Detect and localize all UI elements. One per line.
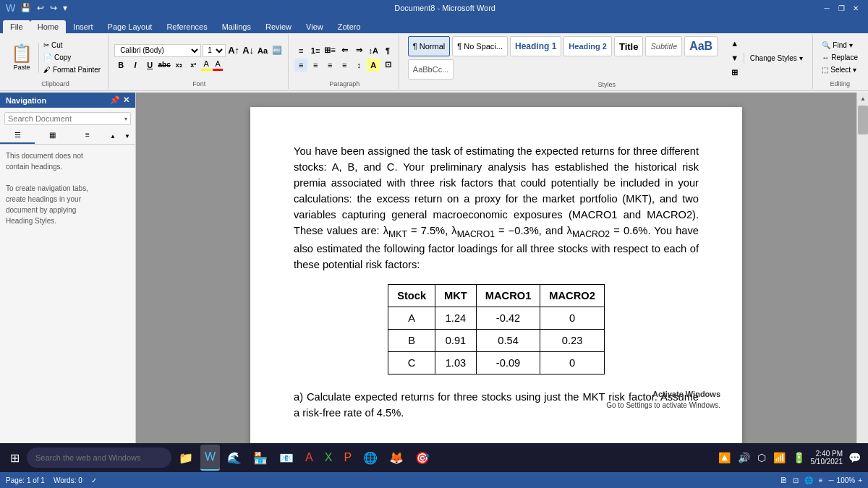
tab-references[interactable]: References — [159, 20, 214, 33]
tab-file[interactable]: File — [3, 20, 30, 33]
pilcrow-btn[interactable]: ¶ — [381, 44, 394, 57]
styles-expand[interactable]: ⊞ — [728, 66, 741, 79]
tab-review[interactable]: Review — [258, 20, 299, 33]
nav-tab-pages[interactable]: ▦ — [35, 128, 69, 144]
nav-tab-results[interactable]: ≡ — [70, 128, 105, 144]
font-family-select[interactable]: Calibri (Body) — [114, 44, 201, 57]
borders-btn[interactable]: ⊡ — [381, 59, 394, 72]
layout-print-btn[interactable]: 🖹 — [780, 476, 787, 484]
document-page[interactable]: You have been assigned the task of estim… — [250, 107, 742, 458]
nav-tab-headings[interactable]: ☰ — [0, 128, 35, 144]
replace-btn[interactable]: ↔ Replace — [819, 52, 861, 63]
shrink-font-btn[interactable]: A↓ — [242, 44, 255, 57]
zoom-in-btn[interactable]: + — [858, 476, 862, 484]
styles-scroll-up[interactable]: ▲ — [728, 37, 741, 50]
layout-full-btn[interactable]: ⊡ — [793, 476, 799, 484]
notification-btn[interactable]: 💬 — [847, 450, 862, 465]
multilevel-btn[interactable]: ⊞≡ — [323, 44, 336, 57]
taskbar-excel[interactable]: X — [320, 445, 337, 471]
cut-button[interactable]: ✂ Cut — [41, 40, 103, 51]
vertical-scrollbar[interactable]: ▲ ▼ — [856, 93, 868, 458]
align-left-btn[interactable]: ≡ — [294, 59, 307, 72]
taskbar-mail[interactable]: 📧 — [275, 445, 298, 471]
tab-zotero[interactable]: Zotero — [331, 20, 368, 33]
nav-pin-btn[interactable]: 📌 — [110, 95, 120, 105]
italic-btn[interactable]: I — [129, 59, 142, 72]
font-color-btn[interactable]: A — [213, 59, 223, 71]
system-icon-1[interactable]: 🔼 — [717, 450, 732, 465]
taskbar-other[interactable]: 🎯 — [411, 445, 434, 471]
clear-format-btn[interactable]: Aa — [256, 44, 269, 57]
redo-quick-btn[interactable]: ↪ — [48, 1, 59, 14]
sort-btn[interactable]: ↕A — [367, 44, 380, 57]
taskbar-acrobat[interactable]: A — [301, 445, 318, 471]
subscript-btn[interactable]: x₂ — [172, 59, 185, 72]
taskbar-powerpoint[interactable]: P — [339, 445, 356, 471]
font-size-select[interactable]: 11 — [203, 44, 226, 57]
bold-btn[interactable]: B — [114, 59, 127, 72]
network-icon[interactable]: 📶 — [772, 450, 787, 465]
nav-close-btn[interactable]: ✕ — [123, 95, 129, 105]
taskbar-edge[interactable]: 🌊 — [223, 445, 246, 471]
check-btn[interactable]: ✓ — [91, 476, 97, 484]
taskbar-file-explorer[interactable]: 📁 — [174, 445, 197, 471]
word-count[interactable]: Words: 0 — [54, 476, 82, 484]
increase-indent-btn[interactable]: ⇒ — [352, 44, 365, 57]
nav-down-btn[interactable]: ▼ — [121, 129, 134, 142]
search-dropdown-btn[interactable]: ▾ — [124, 116, 127, 122]
volume-icon[interactable]: 🔊 — [736, 450, 752, 465]
style-subtitle[interactable]: Subtitle — [645, 36, 682, 56]
text-effects-btn[interactable]: 🔤 — [271, 44, 284, 57]
style-no-space[interactable]: ¶ No Spaci... — [452, 36, 508, 56]
scroll-up-btn[interactable]: ▲ — [857, 93, 868, 104]
find-btn[interactable]: 🔍 Find ▾ — [819, 40, 861, 51]
bullets-btn[interactable]: ≡ — [294, 44, 307, 57]
shading-btn[interactable]: A — [367, 59, 380, 72]
bluetooth-icon[interactable]: ⬡ — [756, 450, 767, 465]
close-btn[interactable]: ✕ — [849, 1, 862, 14]
decrease-indent-btn[interactable]: ⇐ — [338, 44, 351, 57]
undo-quick-btn[interactable]: ↩ — [35, 1, 46, 14]
style-title[interactable]: Title — [614, 36, 644, 56]
battery-icon[interactable]: 🔋 — [791, 450, 807, 465]
style-subtle[interactable]: AaBbCc... — [408, 59, 454, 80]
customize-quick-btn[interactable]: ▾ — [61, 1, 69, 14]
grow-font-btn[interactable]: A↑ — [227, 44, 240, 57]
style-heading1[interactable]: Heading 1 — [510, 36, 561, 56]
layout-web-btn[interactable]: 🌐 — [804, 476, 813, 484]
clock[interactable]: 2:40 PM 5/10/2021 — [811, 450, 843, 466]
taskbar-word[interactable]: W — [200, 445, 220, 471]
start-btn[interactable]: ⊞ — [6, 445, 24, 471]
nav-up-btn[interactable]: ▲ — [106, 129, 119, 142]
highlight-btn[interactable]: A — [201, 59, 211, 71]
scroll-thumb[interactable] — [858, 106, 868, 134]
change-styles-btn[interactable]: Change Styles ▾ — [747, 53, 806, 64]
paste-button[interactable]: 📋 Paste — [7, 43, 39, 73]
style-aab[interactable]: AaB — [684, 36, 718, 56]
tab-insert[interactable]: Insert — [66, 20, 101, 33]
save-quick-btn[interactable]: 💾 — [18, 1, 33, 14]
styles-scroll-down[interactable]: ▼ — [728, 51, 741, 64]
taskbar-search-input[interactable] — [27, 448, 171, 468]
underline-btn[interactable]: U — [143, 59, 156, 72]
style-heading2[interactable]: Heading 2 — [563, 36, 612, 56]
format-painter-button[interactable]: 🖌 Format Painter — [41, 64, 103, 75]
minimize-btn[interactable]: ─ — [820, 1, 833, 14]
strikethrough-btn[interactable]: abc — [158, 59, 171, 72]
numbering-btn[interactable]: 1≡ — [309, 44, 322, 57]
taskbar-firefox[interactable]: 🦊 — [385, 445, 408, 471]
superscript-btn[interactable]: x² — [187, 59, 200, 72]
zoom-out-btn[interactable]: ─ — [828, 476, 833, 484]
align-center-btn[interactable]: ≡ — [309, 59, 322, 72]
layout-draft-btn[interactable]: ≡ — [819, 476, 823, 484]
tab-view[interactable]: View — [299, 20, 331, 33]
taskbar-chrome[interactable]: 🌐 — [359, 445, 382, 471]
select-btn[interactable]: ⬚ Select ▾ — [819, 64, 861, 75]
search-input[interactable] — [8, 114, 124, 123]
tab-home[interactable]: Home — [30, 20, 66, 33]
style-normal[interactable]: ¶ Normal — [408, 36, 450, 56]
taskbar-store[interactable]: 🏪 — [249, 445, 272, 471]
copy-button[interactable]: 📄 Copy — [41, 52, 103, 63]
tab-page-layout[interactable]: Page Layout — [101, 20, 160, 33]
restore-btn[interactable]: ❐ — [835, 1, 848, 14]
